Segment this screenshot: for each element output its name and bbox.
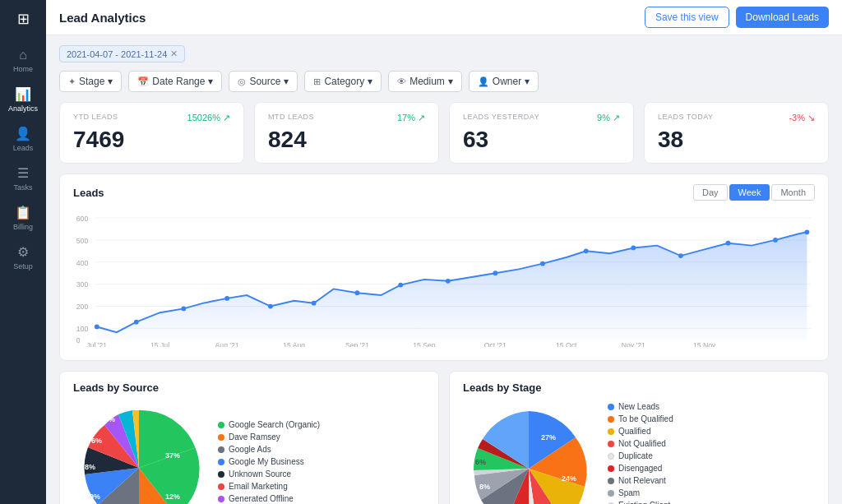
stage-filter-label: Stage	[79, 76, 104, 87]
medium-chevron-icon: ▾	[448, 76, 453, 87]
legend-disengaged: Disengaged	[608, 464, 696, 473]
sidebar-item-setup[interactable]: ⚙ Setup	[0, 238, 46, 277]
toggle-week[interactable]: Week	[729, 184, 770, 201]
stage-legend: New Leads To be Qualified Qualified	[608, 402, 696, 504]
legend-dot	[218, 459, 224, 465]
chart-toggle-group: Day Week Month	[693, 184, 815, 201]
legend-label: Unknown Source	[229, 469, 291, 479]
date-tag-close[interactable]: ✕	[170, 49, 178, 59]
legend-label: Generated Offline	[229, 494, 294, 503]
date-chevron-icon: ▾	[208, 76, 213, 87]
legend-label: Duplicate	[618, 451, 653, 460]
owner-filter-label: Owner	[493, 76, 521, 87]
filter-row: ✦ Stage ▾ 📅 Date Range ▾ ◎ Source ▾ ⊞ Ca…	[59, 71, 829, 92]
page-content: 2021-04-07 - 2021-11-24 ✕ ✦ Stage ▾ 📅 Da…	[46, 35, 842, 504]
yesterday-label: LEADS YESTERDAY	[463, 113, 539, 121]
stat-leads-today: LEADS TODAY -3% ↘ 38	[644, 102, 829, 164]
filter-category[interactable]: ⊞ Category ▾	[304, 71, 382, 92]
owner-filter-icon: 👤	[478, 76, 489, 87]
svg-point-26	[678, 253, 683, 258]
legend-dot	[218, 434, 224, 441]
svg-point-23	[540, 261, 545, 266]
legend-dot	[218, 471, 224, 478]
sidebar-item-leads[interactable]: 👤 Leads	[0, 119, 46, 159]
leads-svg-chart: 600 500 400 300 200 100 0	[73, 207, 815, 347]
stats-row: YTD LEADS 15026% ↗ 7469 MTD LEADS 17% ↗ …	[59, 102, 829, 164]
source-chart-title: Leads by Source	[73, 381, 425, 394]
svg-text:300: 300	[76, 280, 89, 289]
svg-text:12%: 12%	[165, 492, 180, 501]
source-filter-icon: ◎	[238, 76, 246, 87]
legend-email-marketing: Email Marketing	[218, 482, 320, 491]
legend-not-relevant: Not Relevant	[608, 476, 696, 485]
save-view-button[interactable]: Save this view	[645, 7, 729, 28]
billing-icon: 📋	[15, 205, 31, 220]
svg-text:15 Jul: 15 Jul	[150, 341, 169, 347]
svg-point-13	[95, 325, 99, 330]
sidebar-label-setup: Setup	[13, 262, 33, 270]
legend-google-my-business: Google My Business	[218, 457, 320, 466]
svg-point-29	[805, 229, 810, 234]
filter-medium[interactable]: 👁 Medium ▾	[388, 71, 462, 92]
svg-text:Sep '21: Sep '21	[345, 341, 369, 347]
ytd-value: 7469	[73, 127, 230, 153]
yesterday-change: 9% ↗	[597, 113, 620, 123]
toggle-day[interactable]: Day	[693, 184, 728, 201]
filter-owner[interactable]: 👤 Owner ▾	[469, 71, 539, 92]
legend-dot	[218, 496, 224, 502]
app-logo: ⊞	[17, 10, 30, 28]
legend-google-organic: Google Search (Organic)	[218, 420, 320, 429]
date-filter-row: 2021-04-07 - 2021-11-24 ✕	[59, 45, 829, 62]
svg-text:600: 600	[76, 215, 89, 223]
svg-point-16	[224, 296, 229, 301]
download-leads-button[interactable]: Download Leads	[736, 7, 829, 28]
legend-label: Existing Client	[618, 501, 670, 504]
mtd-value: 824	[268, 127, 425, 153]
svg-point-18	[312, 301, 317, 306]
leads-by-stage-card: Leads by Stage	[449, 371, 829, 504]
legend-label: Not Relevant	[618, 476, 666, 485]
category-filter-icon: ⊞	[313, 76, 321, 87]
legend-dot	[218, 446, 224, 453]
sidebar-item-tasks[interactable]: ☰ Tasks	[0, 159, 46, 198]
leads-icon: 👤	[15, 126, 31, 141]
svg-text:15 Sep: 15 Sep	[413, 341, 436, 347]
sidebar-item-billing[interactable]: 📋 Billing	[0, 198, 46, 238]
ytd-change: 15026% ↗	[187, 113, 230, 123]
toggle-month[interactable]: Month	[771, 184, 815, 201]
legend-label: Qualified	[618, 427, 650, 436]
legend-not-qualified: Not Qualified	[608, 439, 696, 448]
filter-stage[interactable]: ✦ Stage ▾	[59, 71, 122, 92]
legend-label: Google My Business	[229, 457, 304, 466]
date-filter-icon: 📅	[137, 76, 149, 87]
sidebar-item-analytics[interactable]: 📊 Analytics	[0, 80, 46, 119]
main-area: Lead Analytics Save this view Download L…	[46, 0, 842, 504]
svg-point-25	[631, 246, 636, 251]
stat-leads-yesterday: LEADS YESTERDAY 9% ↗ 63	[449, 102, 634, 164]
svg-point-17	[268, 304, 273, 309]
svg-point-14	[134, 320, 139, 325]
sidebar-item-home[interactable]: ⌂ Home	[0, 41, 46, 80]
today-value: 38	[658, 127, 815, 153]
filter-source[interactable]: ◎ Source ▾	[229, 71, 298, 92]
legend-dot	[608, 465, 614, 472]
source-chevron-icon: ▾	[284, 76, 289, 87]
analytics-icon: 📊	[15, 86, 31, 102]
legend-dot	[608, 478, 614, 484]
legend-label: New Leads	[618, 402, 659, 411]
legend-label: Dave Ramsey	[229, 432, 280, 442]
svg-text:15 Oct: 15 Oct	[556, 341, 577, 347]
legend-dot	[608, 441, 614, 447]
legend-duplicate: Duplicate	[608, 451, 696, 460]
source-pie-content: 37% 12% 11% 9% 8% 6% 4% Google Search (O…	[73, 402, 425, 504]
bottom-charts-row: Leads by Source	[59, 371, 829, 504]
setup-icon: ⚙	[17, 244, 29, 260]
svg-point-22	[493, 270, 497, 275]
svg-text:8%: 8%	[85, 463, 95, 471]
sidebar-label-home: Home	[13, 65, 33, 73]
stat-ytd-leads: YTD LEADS 15026% ↗ 7469	[59, 102, 244, 164]
filter-date-range[interactable]: 📅 Date Range ▾	[128, 71, 222, 92]
date-range-tag[interactable]: 2021-04-07 - 2021-11-24 ✕	[59, 45, 185, 62]
sidebar-label-tasks: Tasks	[13, 183, 32, 192]
legend-label: Spam	[618, 488, 640, 497]
